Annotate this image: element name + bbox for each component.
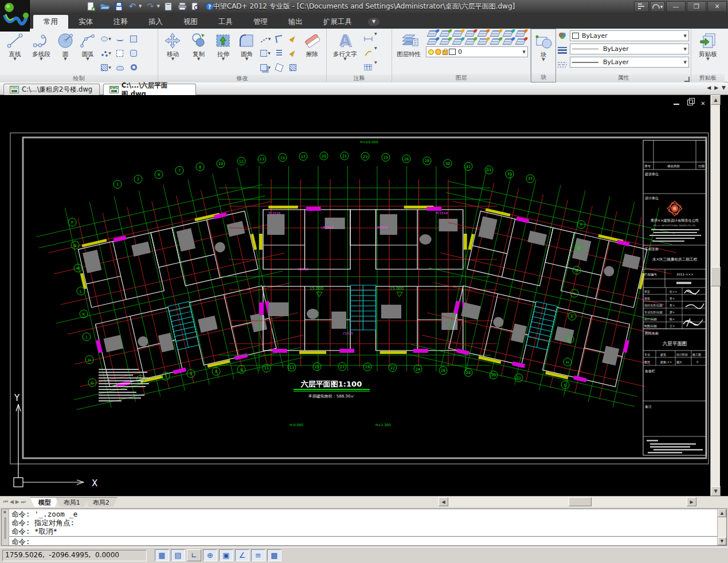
dimension-icon[interactable] [362, 32, 374, 46]
edit-hatch-icon[interactable] [286, 60, 300, 74]
doc-scroll-left-icon[interactable]: ◀ [707, 85, 711, 90]
minimize-button[interactable]: — [666, 1, 686, 12]
hatch-icon[interactable]: ▼ [99, 60, 113, 74]
align-icon[interactable] [272, 46, 286, 60]
table-icon[interactable] [362, 60, 374, 74]
layer-tool-icon[interactable] [439, 30, 451, 37]
block-button[interactable]: 块▼ [533, 31, 554, 61]
save-icon[interactable] [113, 2, 124, 11]
toolbar-style-button[interactable] [634, 1, 649, 12]
layer-tool-icon[interactable] [439, 38, 451, 45]
layer-tool-icon[interactable] [452, 30, 463, 37]
layer-tool-icon[interactable] [515, 30, 526, 37]
plot-preview-icon[interactable] [163, 2, 174, 11]
ribbon-tab-express[interactable]: 扩展工具 [313, 15, 362, 29]
chamfer-icon[interactable] [272, 32, 286, 46]
app-logo[interactable] [0, 0, 30, 32]
print-icon[interactable] [177, 2, 187, 11]
command-scrollbar[interactable]: ▲ ▼ [717, 509, 726, 545]
grid-toggle[interactable]: ▦ [155, 549, 169, 561]
ribbon-tab-entity[interactable]: 实体 [68, 15, 103, 29]
doc-tab-1[interactable]: DWG C:\...\廉租房2号楼.dwg [3, 84, 100, 95]
color-wheel-icon[interactable] [558, 31, 567, 42]
rectangle-icon[interactable] [127, 32, 140, 46]
point-icon[interactable]: ▼ [99, 46, 113, 60]
ellipse-icon[interactable]: ▼ [99, 32, 113, 46]
lineweight-icon[interactable] [558, 45, 567, 56]
copy-button[interactable]: 复制▼ [186, 30, 212, 61]
vertical-scrollbar[interactable]: ▲ ▼ [710, 95, 720, 496]
leader-icon[interactable] [362, 46, 374, 60]
polyline-button[interactable]: 多线段▼ [28, 30, 54, 61]
donut-icon[interactable] [127, 60, 140, 74]
stretch-button[interactable]: 拉伸▼ [212, 30, 235, 61]
scroll-right-icon[interactable]: ▶ [687, 497, 696, 506]
redo-caret-icon[interactable]: ▼ [156, 4, 159, 9]
explode-icon[interactable] [272, 60, 286, 74]
layer-tool-icon[interactable] [464, 30, 476, 37]
undo-caret-icon[interactable]: ▼ [139, 4, 142, 9]
table-caret-icon[interactable]: ▼ [374, 60, 387, 74]
move-button[interactable]: 移动▼ [160, 30, 186, 61]
line-button[interactable]: 直线▼ [2, 30, 28, 61]
linetype-combo[interactable]: ByLayer ▼ [570, 57, 689, 68]
ribbon-tab-tools[interactable]: 工具 [208, 15, 243, 29]
extend-icon[interactable] [286, 46, 300, 60]
linetype-icon[interactable] [558, 60, 567, 70]
mirror-icon[interactable]: ▼ [259, 46, 272, 60]
layer-tool-icon[interactable] [426, 38, 438, 45]
doc-list-icon[interactable]: ▼ [722, 85, 726, 90]
layer-tool-icon[interactable] [490, 38, 501, 45]
command-scroll-up-icon[interactable]: ▲ [718, 509, 726, 517]
dimension-caret-icon[interactable]: ▼ [374, 32, 387, 46]
lineweight-toggle[interactable]: ≡ [251, 549, 265, 561]
doc-minimize-icon[interactable] [674, 103, 679, 105]
close-button[interactable]: ✕ [707, 1, 727, 12]
command-scroll-down-icon[interactable]: ▼ [718, 537, 726, 545]
snap-toggle[interactable]: ▤ [171, 549, 185, 561]
dialog-launcher-icon[interactable] [684, 77, 690, 82]
model-toggle[interactable]: ▩ [267, 549, 281, 561]
mtext-button[interactable]: A 多行文字▼ [328, 30, 362, 61]
array-icon[interactable]: ▼ [259, 60, 272, 74]
horizontal-scrollbar[interactable]: ◀ ▶ [439, 497, 696, 507]
region-icon[interactable] [113, 46, 127, 60]
polar-toggle[interactable]: ⊕ [203, 549, 217, 561]
spline-icon[interactable] [113, 32, 127, 46]
offset-icon[interactable]: ▼ [259, 32, 272, 46]
doc-close-icon[interactable]: ✕ [701, 100, 705, 107]
scroll-down-icon[interactable]: ▼ [711, 486, 721, 496]
layer-tool-icon[interactable] [515, 38, 526, 45]
ribbon-tab-annotate[interactable]: 注释 [103, 15, 138, 29]
ribbon-tab-home[interactable]: 常用 [33, 15, 68, 29]
osnap-toggle[interactable]: ▣ [219, 549, 233, 561]
paste-button[interactable]: 剪贴板▼ [693, 30, 723, 61]
open-file-icon[interactable] [100, 2, 110, 11]
doc-tab-2[interactable]: DWG C:\...\六层平面图.dwg [103, 84, 196, 95]
otrack-toggle[interactable]: ∠ [235, 549, 249, 561]
layer-tool-icon[interactable] [464, 38, 476, 45]
boundary-icon[interactable] [127, 46, 140, 60]
trim-icon[interactable] [286, 32, 300, 46]
layer-properties-button[interactable]: 图层特性 [394, 30, 424, 57]
vertical-scroll-thumb[interactable] [711, 267, 721, 286]
command-input[interactable]: 命令: [9, 536, 717, 546]
horizontal-scroll-thumb[interactable] [569, 497, 592, 506]
tab-layout2[interactable]: 布局2 [85, 497, 118, 507]
layer-tool-icon[interactable] [477, 38, 488, 45]
layer-tool-icon[interactable] [490, 30, 501, 37]
layer-tool-icon[interactable] [477, 30, 488, 37]
restore-button[interactable]: ❐ [687, 1, 706, 12]
ribbon-tab-manage[interactable]: 管理 [243, 15, 278, 29]
layer-tool-icon[interactable] [452, 38, 463, 45]
tab-model[interactable]: 模型 [30, 497, 59, 507]
ribbon-tab-output[interactable]: 输出 [278, 15, 313, 29]
ribbon-tab-insert[interactable]: 插入 [138, 15, 173, 29]
layer-tool-icon[interactable] [502, 30, 514, 37]
workspace-icon[interactable]: ▼ [650, 1, 665, 12]
layer-combo[interactable]: 0 ▼ [426, 46, 528, 57]
scroll-up-icon[interactable]: ▲ [711, 95, 721, 105]
layer-tool-icon[interactable] [426, 30, 438, 37]
ribbon-minimize-icon[interactable]: ▼ [368, 18, 379, 26]
revision-cloud-icon[interactable] [113, 60, 127, 74]
